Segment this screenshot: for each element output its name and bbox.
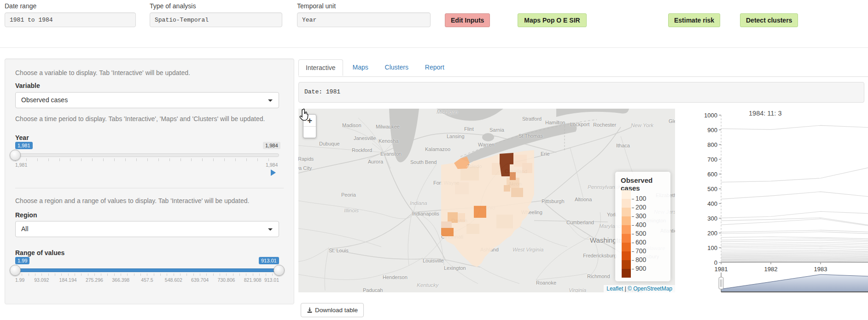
range-tick-label: 366.398: [112, 277, 129, 283]
leaflet-map[interactable]: MichiganMadisonMilwaukeeJanesvilleKenosh…: [298, 109, 675, 292]
county-hamilton-cincinnati: [441, 228, 454, 236]
region-select[interactable]: All: [15, 221, 279, 237]
temporal-unit-input[interactable]: [297, 12, 431, 27]
legend-tick: 800: [632, 256, 646, 262]
estimate-risk-button[interactable]: Estimate risk: [668, 13, 720, 27]
play-icon[interactable]: [271, 169, 276, 176]
region-select-value: All: [21, 225, 29, 233]
legend-tick: 300: [632, 212, 646, 219]
timeseries-plot[interactable]: 0100200300400500600700800900100019811982…: [705, 110, 868, 303]
year-slider-grid: [15, 158, 279, 161]
range-tick-label: 548.602: [165, 277, 182, 283]
sidebar-divider: [15, 188, 284, 188]
svg-text:600: 600: [707, 171, 717, 178]
analysis-type-label: Type of analysis: [150, 2, 196, 10]
svg-text:1983: 1983: [814, 266, 827, 273]
range-of-values-label: Range of values: [15, 249, 64, 256]
variable-label: Variable: [15, 82, 40, 89]
svg-text:900: 900: [707, 127, 717, 134]
cursor-hand-icon: [298, 109, 309, 121]
map-legend: Observed cases 1002003004005006007008009…: [615, 172, 670, 281]
county-franklin-columbus: [474, 206, 486, 218]
download-table-button[interactable]: Download table: [301, 303, 364, 317]
year-min-tick: 1,981: [15, 162, 27, 168]
leaflet-link[interactable]: Leaflet: [606, 285, 623, 292]
range-selector-handle[interactable]: [719, 277, 723, 289]
svg-text:1981: 1981: [715, 266, 728, 273]
range-slider-handle-right[interactable]: [274, 265, 285, 276]
svg-text:800: 800: [707, 141, 717, 148]
variable-select[interactable]: Observed cases: [15, 92, 279, 108]
range-tick-label: 184.194: [59, 277, 77, 283]
date-output: Date: 1981: [298, 82, 864, 103]
date-range-label: Date range: [5, 2, 36, 10]
svg-text:100: 100: [707, 244, 717, 251]
range-tick-label: 275.296: [86, 277, 103, 283]
svg-text:200: 200: [707, 230, 717, 237]
svg-text:400: 400: [707, 200, 717, 207]
legend-tick: 400: [632, 221, 646, 227]
openstreetmap-link[interactable]: © OpenStreetMap: [628, 285, 672, 292]
legend-tick: 900: [632, 265, 646, 271]
region-label: Region: [15, 211, 37, 219]
tab-interactive[interactable]: Interactive: [298, 59, 343, 76]
svg-text:300: 300: [707, 215, 717, 222]
range-slider-track[interactable]: [15, 268, 279, 272]
range-tick-label: 913.01: [264, 277, 279, 283]
region-hint: Choose a region and a range of values to…: [15, 197, 249, 204]
county-montgomery-dayton: [448, 212, 458, 223]
year-slider-track[interactable]: [15, 153, 279, 157]
legend-tick: 600: [632, 239, 646, 245]
tab-report[interactable]: Report: [418, 59, 451, 75]
year-slider-handle[interactable]: [10, 150, 21, 161]
tab-clusters[interactable]: Clusters: [378, 59, 415, 75]
attribution-separator: |: [625, 285, 626, 292]
chevron-down-icon: [268, 99, 273, 102]
timeseries-panel: 1984: 11: 3 0100200300400500600700800900…: [705, 110, 868, 303]
svg-text:0: 0: [714, 259, 717, 266]
download-table-label: Download table: [315, 307, 358, 314]
range-tick-label: 93.092: [34, 277, 49, 283]
sidebar-panel: Choose a variable to display. Tab 'Inter…: [5, 58, 294, 304]
detect-clusters-button[interactable]: Detect clusters: [740, 13, 798, 27]
legend-color-bar: [622, 190, 631, 278]
chevron-down-icon: [268, 228, 273, 231]
year-max-tick: 1,984: [266, 162, 278, 168]
range-slider-grid: [15, 273, 279, 276]
svg-text:1000: 1000: [705, 112, 717, 119]
range-to-value: 913.01: [259, 257, 279, 264]
legend-tick: 200: [632, 204, 646, 210]
date-range-input[interactable]: [5, 12, 136, 27]
year-slider-value: 1,981: [15, 142, 33, 149]
range-tick-label: 457.5: [141, 277, 153, 283]
svg-text:1982: 1982: [764, 266, 778, 273]
svg-text:700: 700: [707, 156, 717, 163]
download-icon: [307, 307, 313, 313]
range-tick-label: 1.99: [15, 277, 24, 283]
map-attribution: Leaflet | © OpenStreetMap: [604, 285, 675, 292]
legend-tick: 500: [632, 230, 646, 236]
edit-inputs-button[interactable]: Edit Inputs: [445, 13, 490, 27]
period-hint: Choose a time period to display. Tabs 'I…: [15, 115, 265, 122]
legend-title: Observed cases: [621, 176, 670, 192]
tab-bar: Interactive Maps Clusters Report: [298, 59, 868, 77]
svg-text:500: 500: [707, 186, 717, 192]
maps-pop-o-e-sir-button[interactable]: Maps Pop O E SIR: [518, 13, 587, 27]
range-tick-label: 639.704: [191, 277, 209, 283]
year-label: Year: [15, 134, 29, 141]
range-from-value: 1.99: [15, 257, 29, 264]
variable-select-value: Observed cases: [21, 96, 68, 104]
temporal-unit-label: Temporal unit: [297, 2, 336, 10]
range-tick-label: 821.908: [244, 277, 262, 283]
topbar-divider: [0, 47, 868, 48]
chart-hover-legend: 1984: 11: 3: [749, 110, 782, 117]
analysis-type-input[interactable]: [150, 12, 282, 27]
range-slider-tick-labels: 1.9993.092184.194275.296366.398457.5548.…: [15, 277, 279, 284]
range-slider-handle-left[interactable]: [10, 265, 21, 276]
legend-tick: 700: [632, 247, 646, 254]
range-tick-label: 730.806: [217, 277, 235, 283]
legend-tick: 100: [632, 195, 646, 201]
year-slider-max: 1,984: [263, 142, 280, 149]
tab-maps[interactable]: Maps: [345, 59, 375, 75]
variable-hint: Choose a variable to display. Tab 'Inter…: [15, 69, 190, 76]
